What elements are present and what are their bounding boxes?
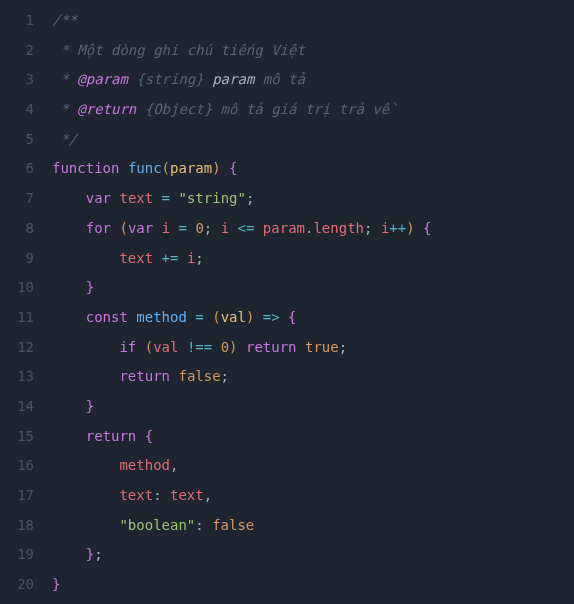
code-line[interactable]: } [52,392,574,422]
token-var: method [119,457,170,473]
line-number: 16 [0,451,34,481]
line-number: 3 [0,65,34,95]
code-line[interactable]: } [52,570,574,600]
code-line[interactable]: function func(param) { [52,154,574,184]
token-var: text [119,190,153,206]
code-line[interactable]: if (val !== 0) return true; [52,333,574,363]
token-brace: { [423,220,431,236]
token-punc [280,309,288,325]
token-kw: var [128,220,153,236]
token-punc: ; [221,368,229,384]
token-kw: if [119,339,136,355]
token-cmt [136,101,144,117]
token-cmt: /** [52,12,77,28]
code-editor[interactable]: 1234567891011121314151617181920 /** * Mộ… [0,0,574,600]
token-cmt-param: param [212,71,254,87]
token-cmt-type: {Object} [145,101,212,117]
token-punc: , [204,487,212,503]
code-line[interactable]: * Một dòng ghi chú tiếng Việt [52,36,574,66]
line-number: 18 [0,511,34,541]
line-number: 10 [0,273,34,303]
line-number-gutter: 1234567891011121314151617181920 [0,6,52,600]
token-cmt: * [52,71,77,87]
code-line[interactable]: "boolean": false [52,511,574,541]
token-punc: ; [195,250,203,266]
token-punc: ; [204,220,221,236]
code-line[interactable]: */ [52,125,574,155]
token-var: text [170,487,204,503]
token-op: <= [238,220,255,236]
token-kw: return [119,368,170,384]
token-bool: false [178,368,220,384]
token-str: "string" [178,190,245,206]
token-punc [153,190,161,206]
token-kw: function [52,160,119,176]
token-punc [178,339,186,355]
token-punc [153,220,161,236]
token-punc [254,220,262,236]
token-var: i [162,220,170,236]
token-paren1: ( [119,220,127,236]
token-cmt: mô tả giá trị trả về [212,101,389,117]
token-var: i [221,220,229,236]
code-line[interactable]: return false; [52,362,574,392]
token-punc: ; [246,190,254,206]
token-paren1: ( [162,160,170,176]
token-brace: { [288,309,296,325]
line-number: 13 [0,362,34,392]
code-line[interactable]: } [52,273,574,303]
line-number: 5 [0,125,34,155]
code-line[interactable]: text += i; [52,244,574,274]
code-line[interactable]: /** [52,6,574,36]
token-punc [119,160,127,176]
code-line[interactable]: text: text, [52,481,574,511]
line-number: 8 [0,214,34,244]
token-op: !== [187,339,212,355]
token-kw: const [86,309,128,325]
token-kw: return [246,339,297,355]
code-line[interactable]: * @return {Object} mô tả giá trị trả về [52,95,574,125]
token-bool: false [212,517,254,533]
line-number: 15 [0,422,34,452]
line-number: 7 [0,184,34,214]
token-op: = [162,190,170,206]
token-punc [238,339,246,355]
token-cmt [204,71,212,87]
code-line[interactable]: }; [52,540,574,570]
token-cmt: */ [52,131,77,147]
code-content[interactable]: /** * Một dòng ghi chú tiếng Việt * @par… [52,6,574,600]
code-line[interactable]: for (var i = 0; i <= param.length; i++) … [52,214,574,244]
token-str: "boolean" [119,517,195,533]
line-number: 4 [0,95,34,125]
code-line[interactable]: const method = (val) => { [52,303,574,333]
token-var: text [119,250,153,266]
line-number: 12 [0,333,34,363]
token-punc [136,428,144,444]
token-punc [297,339,305,355]
token-paren1: ) [229,339,237,355]
token-var: param [263,220,305,236]
token-param: param [170,160,212,176]
code-line[interactable]: * @param {string} param mô tả [52,65,574,95]
token-punc [229,220,237,236]
token-op: => [263,309,280,325]
token-brace: } [86,398,94,414]
line-number: 1 [0,6,34,36]
token-cmt: * [52,101,77,117]
token-cmt-tag: @param [77,71,128,87]
token-param: val [221,309,246,325]
token-paren1: ) [212,160,220,176]
token-brace: } [52,576,60,592]
code-line[interactable]: method, [52,451,574,481]
code-line[interactable]: return { [52,422,574,452]
token-brace: { [229,160,237,176]
token-paren1: ) [406,220,414,236]
line-number: 6 [0,154,34,184]
token-punc: ; [364,220,381,236]
token-cmt: * Một dòng ghi chú tiếng Việt [52,42,305,58]
code-line[interactable]: var text = "string"; [52,184,574,214]
token-paren1: ( [212,309,220,325]
token-kw: var [86,190,111,206]
token-punc [212,339,220,355]
token-punc [178,250,186,266]
